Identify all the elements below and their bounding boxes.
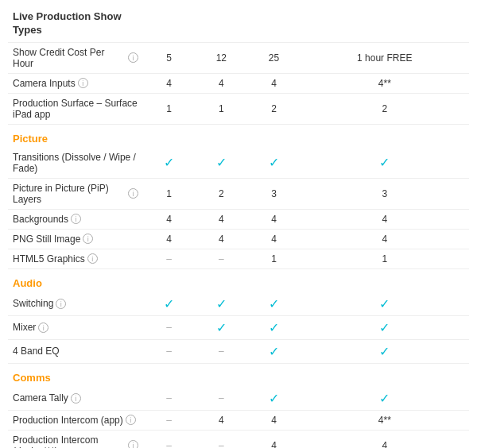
table-row: Camera Tally i – – ✓ ✓: [8, 387, 469, 411]
cell-value: 1: [166, 188, 172, 199]
info-icon[interactable]: i: [71, 214, 81, 224]
cell-value: 1: [271, 253, 277, 265]
check-mark: ✓: [379, 392, 390, 405]
cell-value: 4: [219, 214, 224, 225]
cell-value: 1 hour FREE: [357, 52, 412, 64]
table-row: Production Surface – Surface iPad app 1 …: [8, 93, 469, 124]
basic-cell: 5: [143, 42, 195, 73]
basic-cell: –: [143, 315, 195, 339]
demo-cell: 4**: [301, 410, 469, 430]
basic-cell: ✓: [143, 148, 195, 179]
table-row: 4 Band EQ – – ✓ ✓: [8, 339, 469, 363]
label-text: HTML5 Graphics: [13, 253, 85, 265]
dash-value: –: [219, 392, 224, 404]
section-header-row: Picture: [8, 124, 469, 148]
row-label-cell: Mixer i: [8, 315, 143, 339]
check-mark: ✓: [379, 321, 390, 334]
table-header-row: Live Production Show Types: [8, 6, 469, 42]
main-container: Live Production Show Types Show Credit C…: [0, 0, 477, 448]
standard-cell: 4: [195, 209, 247, 229]
table-row: Backgrounds i 4 4 4 4: [8, 209, 469, 229]
basic-cell: –: [143, 410, 195, 430]
info-icon[interactable]: i: [87, 253, 98, 264]
label-text: Mixer: [13, 322, 36, 333]
label-text: Production Intercom (app): [13, 415, 123, 426]
cell-value: 12: [216, 52, 227, 64]
standard-cell: ✓: [195, 148, 247, 179]
check-mark: ✓: [379, 156, 390, 169]
basic-cell: –: [143, 249, 195, 268]
table-row: HTML5 Graphics i – – 1 1: [8, 249, 469, 268]
row-label: Backgrounds i: [13, 214, 138, 225]
cell-value: 4: [271, 440, 277, 448]
row-label: Production Intercom (device***) i: [13, 434, 138, 448]
standard-cell: –: [195, 430, 247, 448]
cell-value: 3: [382, 188, 387, 199]
cell-value: 4**: [378, 78, 391, 89]
info-icon[interactable]: i: [56, 299, 66, 309]
demo-cell: 1 hour FREE: [301, 42, 469, 73]
cell-value: 4**: [378, 415, 391, 426]
row-label-cell: Production Intercom (device***) i: [8, 430, 143, 448]
cell-value: 4: [166, 214, 172, 225]
info-icon[interactable]: i: [128, 52, 138, 63]
dash-value: –: [166, 253, 172, 265]
row-label: Picture in Picture (PiP) Layers i: [13, 183, 138, 205]
standard-cell: 4: [195, 73, 247, 93]
check-mark: ✓: [269, 345, 279, 358]
header-col2: [195, 6, 247, 42]
standard-cell: 4: [195, 229, 247, 249]
standard-cell: –: [195, 339, 247, 363]
standard-cell: 2: [195, 178, 247, 209]
cell-value: 1: [382, 253, 387, 265]
advanced-cell: 1: [247, 249, 300, 268]
demo-cell: ✓: [301, 292, 469, 316]
row-label: Transitions (Dissolve / Wipe / Fade): [13, 152, 138, 174]
advanced-cell: 4: [247, 430, 300, 448]
basic-cell: 4: [143, 209, 195, 229]
advanced-cell: 3: [247, 178, 300, 209]
section-header-row: Audio: [8, 268, 469, 292]
cell-value: 4: [271, 78, 277, 89]
label-text: Picture in Picture (PiP) Layers: [13, 183, 126, 205]
row-label: 4 Band EQ: [13, 346, 138, 357]
table-row: Transitions (Dissolve / Wipe / Fade) ✓ ✓…: [8, 148, 469, 179]
info-icon[interactable]: i: [78, 78, 88, 88]
check-mark: ✓: [164, 156, 174, 169]
dash-value: –: [166, 415, 172, 426]
cell-value: 4: [382, 440, 387, 448]
header-col3: [247, 6, 300, 42]
cell-value: 4: [271, 234, 277, 245]
row-label: Mixer i: [13, 322, 138, 333]
cell-value: 1: [166, 103, 172, 114]
check-mark: ✓: [269, 156, 279, 169]
check-mark: ✓: [269, 392, 279, 405]
demo-cell: 4: [301, 229, 469, 249]
info-icon[interactable]: i: [83, 234, 93, 244]
advanced-cell: 4: [247, 229, 300, 249]
comparison-table: Live Production Show Types Show Credit C…: [8, 6, 469, 448]
advanced-cell: ✓: [247, 315, 300, 339]
row-label-cell: HTML5 Graphics i: [8, 249, 143, 268]
cell-value: 4: [166, 234, 172, 245]
cell-value: 4: [271, 214, 277, 225]
info-icon[interactable]: i: [128, 188, 138, 199]
row-label: Show Credit Cost Per Hour i: [13, 47, 138, 69]
demo-cell: ✓: [301, 315, 469, 339]
row-label-cell: Production Intercom (app) i: [8, 410, 143, 430]
cell-value: 2: [219, 188, 224, 199]
info-icon[interactable]: i: [71, 393, 81, 404]
demo-cell: ✓: [301, 339, 469, 363]
basic-cell: ✓: [143, 292, 195, 316]
info-icon[interactable]: i: [126, 415, 136, 425]
dash-value: –: [219, 253, 224, 265]
basic-cell: 4: [143, 229, 195, 249]
demo-cell: 3: [301, 178, 469, 209]
info-icon[interactable]: i: [128, 440, 138, 448]
check-mark: ✓: [216, 321, 227, 334]
basic-cell: –: [143, 430, 195, 448]
info-icon[interactable]: i: [38, 322, 48, 333]
row-label: Camera Tally i: [13, 392, 138, 404]
label-text: Production Surface – Surface iPad app: [13, 98, 138, 120]
cell-value: 4: [382, 234, 387, 245]
